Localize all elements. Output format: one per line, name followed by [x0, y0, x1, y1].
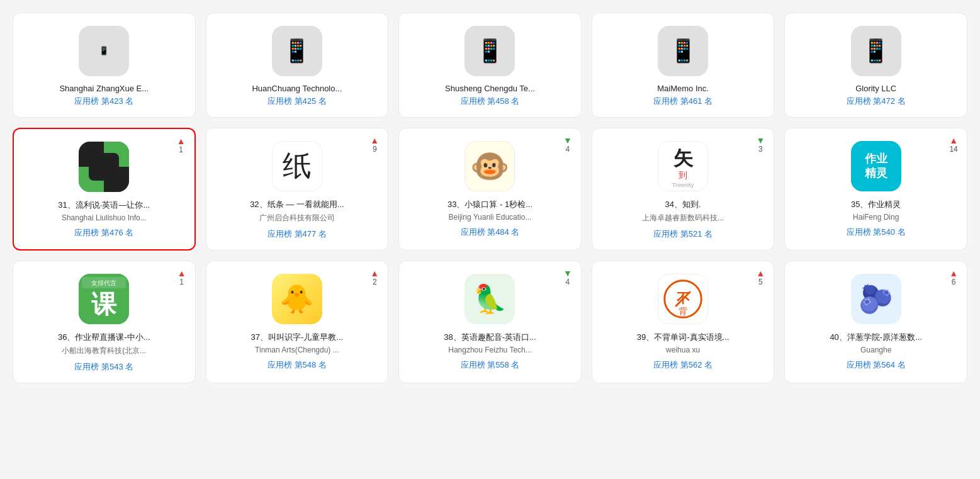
app-icon-top2: 📱 [272, 26, 322, 76]
app-dev-34: 上海卓越睿新数码科技... [602, 213, 764, 223]
app-icon-39: 不 背 [658, 274, 708, 324]
app-icon-35: 作业精灵 [851, 141, 901, 191]
app-card-36[interactable]: ▲ 1 女排代言 课 36、作业帮直播课-中小... 小船出海教育科技(北京..… [13, 261, 196, 383]
app-rank-top4: 应用榜 第461 名 [653, 96, 712, 107]
trend-arrow-36: ▲ [177, 269, 186, 278]
app-dev-38: Hangzhou Feizhu Tech... [409, 346, 571, 354]
row-36-40: ▲ 1 女排代言 课 36、作业帮直播课-中小... 小船出海教育科技(北京..… [13, 261, 967, 383]
app-dev-33: Beijing Yuanli Educatio... [409, 213, 571, 222]
svg-rect-2 [104, 142, 129, 167]
svg-text:背: 背 [679, 307, 687, 316]
app-name-37: 37、叫叫识字-儿童早教... [217, 332, 378, 343]
svg-rect-3 [79, 142, 104, 167]
app-icon-36: 女排代言 课 [79, 274, 129, 324]
app-dev-32: 广州启合科技有限公司 [217, 213, 378, 223]
app-rank-37: 应用榜 第548 名 [268, 359, 327, 371]
trend-arrow-39: ▲ [757, 269, 765, 278]
trend-num-39: 5 [758, 278, 763, 286]
app-dev-36: 小船出海教育科技(北京... [23, 346, 185, 356]
app-icon-32: 纸 [272, 141, 322, 191]
app-name-31: 31、流利说·英语—让你... [24, 200, 184, 211]
trend-arrow-40: ▲ [949, 269, 958, 278]
svg-rect-4 [104, 167, 129, 192]
trend-arrow-35: ▲ [949, 136, 958, 145]
app-card-33[interactable]: ▼ 4 🐵 33、小猿口算 - 1秒检... Beijing Yuanli Ed… [398, 128, 582, 251]
trend-arrow-31: ▲ [177, 137, 186, 145]
app-card-34[interactable]: ▼ 3 矢 到 Treenity 34、知到. 上海卓越睿新数码科技... 应用… [592, 128, 775, 251]
trend-num-37: 2 [373, 278, 377, 286]
svg-text:到: 到 [679, 171, 687, 181]
app-card-38[interactable]: ▼ 4 🦜 38、英语趣配音-英语口... Hangzhou Feizhu Te… [398, 261, 582, 383]
app-name-top1: Shanghai ZhangXue E... [23, 84, 185, 93]
app-name-32: 32、纸条 — 一看就能用... [217, 199, 378, 210]
trend-num-40: 6 [952, 278, 956, 286]
svg-text:女排代言: 女排代言 [91, 279, 116, 286]
trend-arrow-38: ▼ [563, 269, 572, 278]
trend-num-32: 9 [373, 145, 377, 154]
app-name-35: 35、作业精灵 [795, 199, 957, 210]
app-name-38: 38、英语趣配音-英语口... [409, 332, 571, 343]
app-icon-31 [79, 142, 129, 192]
app-rank-36: 应用榜 第543 名 [74, 361, 133, 373]
app-card-top1[interactable]: 📱 Shanghai ZhangXue E... 应用榜 第423 名 [13, 13, 196, 118]
app-icon-top1: 📱 [79, 26, 129, 76]
badge-31: ▲ 1 [177, 137, 186, 154]
app-dev-39: weihua xu [602, 346, 764, 354]
app-icon-37: 🐥 [272, 274, 322, 324]
app-dev-35: HaiFeng Ding [795, 213, 957, 222]
app-card-35[interactable]: ▲ 14 作业精灵 35、作业精灵 HaiFeng Ding 应用榜 第540 … [784, 128, 967, 251]
app-card-31[interactable]: ▲ 1 31、流利说·英语—让你... Shanghai Liulishuo I… [13, 128, 196, 251]
app-rank-31: 应用榜 第476 名 [74, 227, 133, 239]
app-rank-34: 应用榜 第521 名 [653, 228, 712, 240]
svg-point-7 [108, 171, 118, 181]
badge-36: ▲ 1 [177, 269, 186, 286]
trend-arrow-32: ▲ [370, 136, 379, 145]
app-card-top3[interactable]: 📱 Shusheng Chengdu Te... 应用榜 第458 名 [398, 13, 582, 118]
app-rank-top2: 应用榜 第425 名 [268, 96, 327, 107]
app-name-39: 39、不背单词-真实语境... [602, 332, 764, 343]
trend-num-36: 1 [179, 278, 184, 286]
app-icon-33: 🐵 [465, 141, 515, 191]
trend-arrow-34: ▼ [757, 136, 765, 145]
app-rank-38: 应用榜 第558 名 [461, 359, 520, 371]
row-31-35: ▲ 1 31、流利说·英语—让你... Shanghai Liulishuo I… [13, 128, 967, 251]
trend-num-33: 4 [566, 145, 570, 154]
app-name-33: 33、小猿口算 - 1秒检... [409, 199, 571, 210]
trend-arrow-37: ▲ [370, 269, 379, 278]
badge-35: ▲ 14 [949, 136, 958, 154]
svg-point-9 [104, 166, 119, 178]
app-dev-37: Tinman Arts(Chengdu) ... [217, 346, 378, 354]
app-card-top5[interactable]: 📱 Glority LLC 应用榜 第472 名 [784, 13, 967, 118]
app-card-top2[interactable]: 📱 HuanChuang Technolo... 应用榜 第425 名 [206, 13, 389, 118]
badge-37: ▲ 2 [370, 269, 379, 286]
trend-num-34: 3 [758, 145, 763, 154]
app-name-40: 40、洋葱学院-原洋葱数... [795, 332, 957, 343]
svg-text:不: 不 [676, 291, 690, 306]
app-icon-40: 🫐 [851, 274, 901, 324]
app-name-36: 36、作业帮直播课-中小... [23, 332, 185, 343]
app-card-40[interactable]: ▲ 6 🫐 40、洋葱学院-原洋葱数... Guanghe 应用榜 第564 名 [784, 261, 967, 383]
app-icon-34: 矢 到 Treenity [658, 141, 708, 191]
app-name-top4: MaiMemo Inc. [602, 84, 764, 93]
app-rank-32: 应用榜 第477 名 [268, 228, 327, 240]
app-rank-33: 应用榜 第484 名 [461, 227, 520, 238]
trend-num-35: 14 [949, 145, 957, 154]
app-name-top3: Shusheng Chengdu Te... [409, 84, 571, 93]
app-card-37[interactable]: ▲ 2 🐥 37、叫叫识字-儿童早教... Tinman Arts(Chengd… [206, 261, 389, 383]
trend-num-38: 4 [566, 278, 570, 286]
trend-num-31: 1 [179, 145, 183, 154]
badge-34: ▼ 3 [757, 136, 765, 154]
app-rank-40: 应用榜 第564 名 [847, 359, 906, 371]
app-rank-39: 应用榜 第562 名 [653, 359, 712, 371]
app-name-34: 34、知到. [602, 199, 764, 210]
app-card-39[interactable]: ▲ 5 不 背 39、不背单词-真实语境... weihua xu 应用榜 第5… [592, 261, 775, 383]
badge-40: ▲ 6 [949, 269, 958, 286]
svg-rect-1 [79, 167, 104, 192]
app-rank-top5: 应用榜 第472 名 [847, 96, 906, 107]
app-card-top4[interactable]: 📱 MaiMemo Inc. 应用榜 第461 名 [592, 13, 775, 118]
app-card-32[interactable]: ▲ 9 纸 32、纸条 — 一看就能用... 广州启合科技有限公司 应用榜 第4… [206, 128, 389, 251]
app-name-top5: Glority LLC [795, 84, 957, 93]
svg-text:Treenity: Treenity [672, 181, 694, 188]
app-dev-31: Shanghai Liulishuo Info... [24, 213, 184, 222]
badge-39: ▲ 5 [757, 269, 765, 286]
